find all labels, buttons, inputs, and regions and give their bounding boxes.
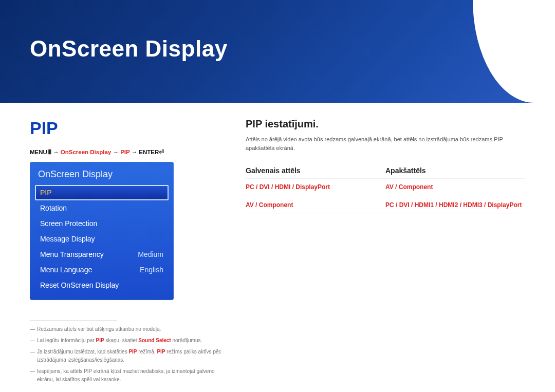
table-cell-main: AV / Component bbox=[246, 196, 385, 214]
osd-menu-item[interactable]: Reset OnScreen Display bbox=[35, 277, 169, 293]
osd-menu-item-label: Menu Transparency bbox=[40, 250, 104, 258]
source-table: Galvenais attēls Apakšattēls PC / DVI / … bbox=[246, 163, 525, 214]
enter-glyph-icon: ⏎ bbox=[159, 149, 164, 155]
breadcrumb-arrow: → bbox=[132, 149, 138, 155]
table-row: AV / ComponentPC / DVI / HDMI1 / HDMI2 /… bbox=[246, 196, 525, 214]
breadcrumb-arrow: → bbox=[113, 149, 119, 155]
banner-corner-decoration bbox=[473, 0, 555, 103]
osd-menu-item-label: PIP bbox=[40, 189, 52, 197]
osd-menu-title: OnScreen Display bbox=[35, 167, 169, 185]
osd-menu-box: OnScreen Display PIPRotationScreen Prote… bbox=[30, 162, 174, 300]
osd-menu-item[interactable]: Rotation bbox=[35, 200, 169, 216]
table-cell-sub: PC / DVI / HDMI1 / HDMI2 / HDMI3 / Displ… bbox=[385, 196, 525, 214]
breadcrumb-pip: PIP bbox=[120, 149, 130, 155]
pip-settings-description: Attēls no ārējā video avota būs redzams … bbox=[246, 135, 525, 152]
footnote-divider bbox=[30, 321, 117, 321]
osd-menu-item[interactable]: Menu LanguageEnglish bbox=[35, 262, 169, 277]
table-header-main: Galvenais attēls bbox=[246, 163, 385, 178]
footnote-2: Lai iegūtu informāciju par PIP skaņu, sk… bbox=[30, 337, 225, 345]
osd-menu-item-label: Reset OnScreen Display bbox=[40, 281, 119, 289]
footnote-3: Ja izstrādājumu izslēdzat, kad skatāties… bbox=[30, 348, 225, 364]
osd-menu-item-value: Medium bbox=[138, 250, 163, 258]
breadcrumb-enter: ENTER bbox=[139, 149, 159, 155]
osd-menu-item-label: Screen Protection bbox=[40, 219, 97, 228]
pip-settings-heading: PIP iestatījumi. bbox=[246, 118, 525, 130]
osd-menu-item-label: Menu Language bbox=[40, 266, 92, 274]
left-column: PIP MENUⅢ → OnScreen Display → PIP → ENT… bbox=[30, 118, 225, 387]
table-cell-main: PC / DVI / HDMI / DisplayPort bbox=[246, 178, 385, 196]
banner-title: OnScreen Display bbox=[30, 36, 555, 62]
table-header-sub: Apakšattēls bbox=[385, 163, 525, 178]
breadcrumb-osd: OnScreen Display bbox=[61, 149, 111, 155]
footnotes-list: Redzamais attēls var būt atšķirīgs atkar… bbox=[30, 325, 225, 384]
osd-menu-item[interactable]: Message Display bbox=[35, 231, 169, 247]
osd-menu-item-label: Message Display bbox=[40, 235, 95, 243]
osd-menu-item[interactable]: Screen Protection bbox=[35, 216, 169, 231]
content-area: PIP MENUⅢ → OnScreen Display → PIP → ENT… bbox=[0, 103, 555, 387]
footnote-1: Redzamais attēls var būt atšķirīgs atkar… bbox=[30, 325, 225, 333]
right-column: PIP iestatījumi. Attēls no ārējā video a… bbox=[225, 118, 525, 387]
menu-glyph-icon: Ⅲ bbox=[47, 149, 51, 155]
breadcrumb-arrow: → bbox=[53, 149, 59, 155]
osd-menu-item[interactable]: Menu TransparencyMedium bbox=[35, 247, 169, 262]
footnote-4: Iespējams, ka attēls PIP ekrānā kļūst ma… bbox=[30, 367, 225, 384]
page-banner: OnScreen Display bbox=[0, 0, 555, 103]
table-row: PC / DVI / HDMI / DisplayPortAV / Compon… bbox=[246, 178, 525, 196]
table-cell-sub: AV / Component bbox=[385, 178, 525, 196]
osd-menu-item-label: Rotation bbox=[40, 204, 67, 212]
section-heading-pip: PIP bbox=[30, 118, 225, 138]
osd-menu-item[interactable]: PIP bbox=[35, 185, 169, 200]
osd-menu-item-value: English bbox=[140, 266, 163, 274]
breadcrumb: MENUⅢ → OnScreen Display → PIP → ENTER⏎ bbox=[30, 148, 225, 156]
breadcrumb-menu: MENU bbox=[30, 149, 47, 155]
